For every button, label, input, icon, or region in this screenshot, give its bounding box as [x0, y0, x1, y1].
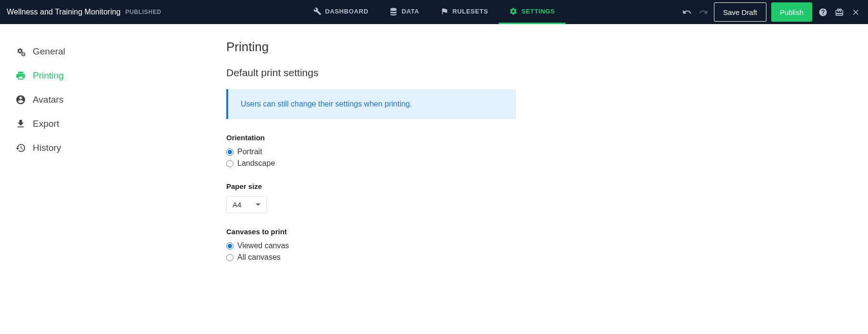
printer-icon [15, 70, 26, 81]
sidebar-item-export-label: Export [33, 119, 59, 129]
sidebar-item-history-label: History [33, 143, 61, 153]
nav-dashboard[interactable]: DASHBOARD [302, 0, 379, 24]
paper-size-label: Paper size [226, 182, 544, 190]
content: Printing Default print settings Users ca… [226, 40, 544, 276]
nav-settings[interactable]: SETTINGS [499, 0, 566, 24]
topbar: Wellness and Training Monitoring PUBLISH… [0, 0, 868, 24]
nav-rulesets[interactable]: RULESETS [430, 0, 499, 24]
redo-icon [699, 7, 708, 17]
sidebar-item-printing-label: Printing [33, 70, 64, 81]
topbar-right: Save Draft Publish [681, 2, 861, 22]
orientation-portrait-label: Portrait [237, 147, 262, 156]
sidebar-item-history[interactable]: History [15, 136, 226, 160]
save-draft-button[interactable]: Save Draft [714, 2, 766, 22]
sidebar-item-general-label: General [33, 46, 65, 57]
canvases-all-option[interactable]: All canvases [226, 253, 544, 262]
redo-button[interactable] [698, 6, 709, 18]
flag-icon [440, 7, 449, 15]
canvases-label: Canvases to print [226, 227, 544, 236]
history-icon [15, 143, 26, 153]
download-icon [15, 119, 26, 129]
main: General Printing Avatars Export History … [0, 24, 868, 276]
paper-size-value: A4 [233, 200, 241, 209]
nav-settings-label: SETTINGS [521, 8, 555, 15]
canvases-viewed-option[interactable]: Viewed canvas [226, 241, 544, 250]
orientation-landscape-option[interactable]: Landscape [226, 159, 544, 168]
info-banner: Users can still change their settings wh… [226, 89, 516, 119]
settings-gears-icon [15, 46, 26, 57]
undo-icon [682, 7, 692, 17]
paper-size-group: Paper size A4 [226, 182, 544, 213]
help-button[interactable] [817, 6, 829, 18]
chevron-down-icon [256, 203, 260, 206]
gear-icon [509, 7, 518, 15]
nav-data-label: DATA [402, 8, 419, 15]
svg-point-1 [23, 53, 24, 54]
orientation-landscape-label: Landscape [237, 159, 275, 168]
info-banner-text: Users can still change their settings wh… [241, 100, 412, 108]
avatar-icon [15, 94, 26, 105]
topbar-nav: DASHBOARD DATA RULESETS SETTINGS [302, 0, 565, 24]
orientation-label: Orientation [226, 134, 544, 142]
canvases-viewed-radio[interactable] [226, 242, 233, 250]
sidebar-item-printing[interactable]: Printing [15, 64, 226, 88]
page-title: Printing [226, 40, 544, 54]
section-title: Default print settings [226, 67, 544, 79]
nav-data[interactable]: DATA [379, 0, 430, 24]
canvases-all-radio[interactable] [226, 254, 233, 261]
sidebar-item-export[interactable]: Export [15, 112, 226, 136]
gift-button[interactable] [833, 6, 845, 18]
publish-status-badge: PUBLISHED [125, 9, 161, 15]
sidebar-item-avatars[interactable]: Avatars [15, 88, 226, 112]
paper-size-select[interactable]: A4 [226, 196, 267, 213]
orientation-portrait-radio[interactable] [226, 148, 233, 156]
undo-button[interactable] [681, 6, 693, 18]
help-icon [818, 8, 828, 17]
canvases-all-label: All canvases [237, 253, 281, 262]
database-icon [389, 7, 398, 15]
publish-button[interactable]: Publish [771, 2, 812, 22]
settings-sidebar: General Printing Avatars Export History [0, 40, 226, 276]
sidebar-item-general[interactable]: General [15, 40, 226, 64]
canvases-group: Canvases to print Viewed canvas All canv… [226, 227, 544, 262]
close-button[interactable] [850, 6, 861, 18]
gift-icon [835, 8, 844, 17]
nav-rulesets-label: RULESETS [453, 8, 488, 15]
canvases-viewed-label: Viewed canvas [237, 241, 289, 250]
app-title: Wellness and Training Monitoring [7, 8, 120, 16]
close-icon [851, 8, 860, 17]
wrench-icon [313, 7, 321, 15]
orientation-group: Orientation Portrait Landscape [226, 134, 544, 168]
orientation-landscape-radio[interactable] [226, 160, 233, 167]
nav-dashboard-label: DASHBOARD [325, 8, 368, 15]
sidebar-item-avatars-label: Avatars [33, 94, 64, 105]
orientation-portrait-option[interactable]: Portrait [226, 147, 544, 156]
